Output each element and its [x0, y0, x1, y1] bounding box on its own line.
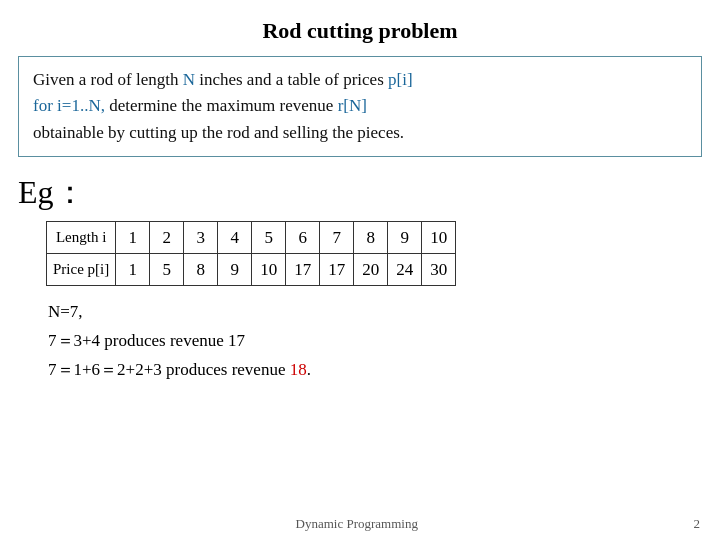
description-box: Given a rod of length N inches and a tab… [18, 56, 702, 157]
header-8: 8 [354, 222, 388, 254]
note-line2: 7＝3+4 produces revenue 17 [48, 327, 702, 356]
header-10: 10 [422, 222, 456, 254]
price-table-wrapper: Length i 1 2 3 4 5 6 7 8 9 10 Price p[i]… [46, 221, 702, 286]
page-title: Rod cutting problem [0, 0, 720, 56]
header-2: 2 [150, 222, 184, 254]
footer-center: Dynamic Programming [296, 516, 418, 532]
desc-line1-plain: Given a rod of length [33, 70, 183, 89]
eg-label: Eg： [18, 171, 702, 215]
footer-page: 2 [694, 516, 701, 532]
header-7: 7 [320, 222, 354, 254]
notes: N=7, 7＝3+4 produces revenue 17 7＝1+6＝2+2… [48, 298, 702, 385]
price-2: 5 [150, 254, 184, 286]
header-label: Length i [47, 222, 116, 254]
note-highlight-18: 18 [290, 360, 307, 379]
header-6: 6 [286, 222, 320, 254]
table-header-row: Length i 1 2 3 4 5 6 7 8 9 10 [47, 222, 456, 254]
desc-line3: obtainable by cutting up the rod and sel… [33, 123, 404, 142]
eg-section: Eg： Length i 1 2 3 4 5 6 7 8 9 10 Price … [18, 171, 702, 385]
price-8: 20 [354, 254, 388, 286]
price-6: 17 [286, 254, 320, 286]
row-label: Price p[i] [47, 254, 116, 286]
price-3: 8 [184, 254, 218, 286]
desc-pi: p[i] [388, 70, 413, 89]
desc-line2-rest: determine the maximum revenue [105, 96, 338, 115]
note-line3-plain: 7＝1+6＝2+2+3 produces revenue [48, 360, 290, 379]
price-5: 10 [252, 254, 286, 286]
header-9: 9 [388, 222, 422, 254]
table-data-row: Price p[i] 1 5 8 9 10 17 17 20 24 30 [47, 254, 456, 286]
desc-line1-mid: inches and a table of prices [195, 70, 388, 89]
desc-N: N [183, 70, 195, 89]
price-4: 9 [218, 254, 252, 286]
header-5: 5 [252, 222, 286, 254]
header-1: 1 [116, 222, 150, 254]
price-1: 1 [116, 254, 150, 286]
desc-rN: r[N] [338, 96, 367, 115]
note-line3: 7＝1+6＝2+2+3 produces revenue 18. [48, 356, 702, 385]
desc-for-i: for i=1..N, [33, 96, 105, 115]
note-line1: N=7, [48, 298, 702, 327]
footer: Dynamic Programming 2 [0, 516, 720, 532]
header-3: 3 [184, 222, 218, 254]
note-line3-end: . [307, 360, 311, 379]
header-4: 4 [218, 222, 252, 254]
price-10: 30 [422, 254, 456, 286]
price-table: Length i 1 2 3 4 5 6 7 8 9 10 Price p[i]… [46, 221, 456, 286]
price-9: 24 [388, 254, 422, 286]
price-7: 17 [320, 254, 354, 286]
